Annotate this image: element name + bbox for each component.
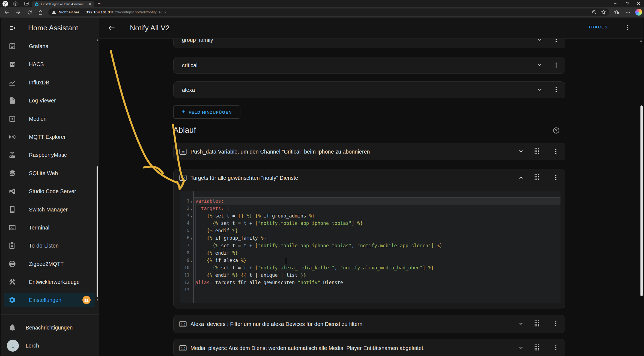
- drag-handle-icon[interactable]: [534, 148, 541, 155]
- sidebar-item-notifications[interactable]: Benachrichtigungen: [1, 320, 99, 335]
- field-card-group_family[interactable]: group_family: [173, 39, 565, 48]
- sidebar-item-einstellungen[interactable]: Einstellungen11: [4, 293, 95, 307]
- expand-chevron-icon[interactable]: [536, 39, 544, 44]
- sidebar-item-influxdb[interactable]: InfluxDB: [4, 75, 95, 90]
- address-bar[interactable]: Nicht sicher | 192.168.101.3:8123/config…: [48, 8, 609, 16]
- back-arrow-icon[interactable]: [108, 24, 116, 32]
- sidebar-item-entwicklerwerkzeuge[interactable]: Entwicklerwerkzeuge: [4, 275, 95, 289]
- browser-tab[interactable]: Einstellungen – Home Assistant ×: [32, 1, 94, 7]
- sidebar-item-zigbee2mqtt[interactable]: Zigbee2MQTT: [4, 257, 95, 271]
- action-card-2[interactable]: (x) Alexa_devices : Filter um nur die al…: [173, 315, 565, 333]
- action-header[interactable]: (x) Targets für alle gewünschten "notify…: [174, 169, 565, 187]
- field-name: group_family: [182, 39, 213, 43]
- grafana-icon: [8, 42, 16, 50]
- action-header[interactable]: (x) Alexa_devices : Filter um nur die al…: [174, 315, 565, 333]
- action-kebab-icon[interactable]: [552, 148, 560, 155]
- sidebar-item-studio-code-server[interactable]: Studio Code Server: [4, 184, 95, 199]
- sidebar-item-sqlite-web[interactable]: SQLite Web: [4, 166, 95, 181]
- browser-toolbar: Nicht sicher | 192.168.101.3:8123/config…: [0, 7, 644, 17]
- action-kebab-icon[interactable]: [552, 320, 560, 328]
- bookmark-star-icon[interactable]: [601, 10, 606, 15]
- fold-chevron-icon[interactable]: ▾: [189, 198, 193, 206]
- yaml-code-editor[interactable]: 1 ▾ variables:2 ▾ targets: |-3 ▾ {% set …: [180, 191, 560, 303]
- sidebar-toggle-icon[interactable]: [8, 23, 17, 33]
- sidebar-scroll-up-icon[interactable]: [96, 39, 99, 41]
- window-restore-button[interactable]: [622, 0, 633, 7]
- sidebar-item-grafana[interactable]: Grafana: [4, 39, 95, 54]
- action-card-3[interactable]: (x) Media_players: Aus dem Dienst werden…: [173, 339, 565, 356]
- action-header[interactable]: (x) Push_data Variable, um den Channel "…: [174, 143, 565, 160]
- tab-close-icon[interactable]: ×: [88, 2, 92, 6]
- sidebar-item-profile[interactable]: L Lerch: [1, 338, 99, 353]
- field-kebab-icon[interactable]: [553, 86, 560, 94]
- sidebar-item-label: SQLite Web: [29, 170, 58, 176]
- workspaces-icon[interactable]: [12, 0, 19, 7]
- sidebar-item-to-do-listen[interactable]: To-do-Listen: [4, 238, 95, 253]
- drag-handle-icon[interactable]: [534, 344, 541, 352]
- field-kebab-icon[interactable]: [553, 39, 560, 44]
- sidebar-item-switch-manager[interactable]: Switch Manager: [4, 202, 95, 217]
- field-kebab-icon[interactable]: [553, 61, 560, 69]
- fold-chevron-icon[interactable]: ▾: [189, 235, 193, 243]
- browser-reload-icon[interactable]: [26, 9, 33, 16]
- traces-button[interactable]: TRACES: [588, 25, 608, 30]
- line-number: 10: [180, 264, 189, 272]
- field-card-critical[interactable]: critical: [173, 57, 565, 74]
- add-field-button[interactable]: + FELD HINZUFÜGEN: [173, 105, 240, 119]
- sidebar-item-log-viewer[interactable]: Log Viewer: [4, 93, 95, 108]
- sidebar-item-hacs[interactable]: HACS: [4, 57, 95, 72]
- sidebar-item-terminal[interactable]: Terminal: [4, 220, 95, 235]
- url-host[interactable]: 192.168.101.3: [86, 10, 110, 14]
- sidebar-item-medien[interactable]: Medien: [4, 111, 95, 126]
- help-icon[interactable]: [553, 127, 560, 134]
- content-scrollbar-thumb[interactable]: [640, 105, 643, 296]
- browser-home-icon[interactable]: [37, 9, 44, 16]
- fold-chevron-icon[interactable]: ▾: [189, 206, 193, 213]
- bell-icon: [8, 324, 16, 331]
- header-kebab-icon[interactable]: [624, 24, 632, 32]
- action-card-1[interactable]: (x) Targets für alle gewünschten "notify…: [173, 169, 565, 308]
- expand-chevron-icon[interactable]: [536, 61, 544, 69]
- expand-chevron-icon[interactable]: [517, 344, 525, 352]
- window-close-button[interactable]: [633, 0, 644, 7]
- extension-star-icon[interactable]: [613, 9, 620, 16]
- browser-back-icon[interactable]: [4, 9, 10, 16]
- fold-chevron-icon[interactable]: ▾: [189, 213, 193, 220]
- tab-actions-icon[interactable]: [23, 0, 30, 7]
- action-kebab-icon[interactable]: [552, 344, 560, 352]
- field-card-alexa[interactable]: alexa: [173, 81, 565, 98]
- new-tab-button[interactable]: +: [96, 1, 102, 7]
- expand-chevron-icon[interactable]: [536, 86, 544, 94]
- sidebar-item-raspberrymatic[interactable]: RaspberryMatic: [4, 148, 95, 162]
- avatar: L: [7, 340, 19, 352]
- mqtt-icon: [8, 133, 16, 141]
- fold-spacer: [189, 280, 193, 287]
- collapse-chevron-icon[interactable]: [517, 174, 525, 182]
- expand-chevron-icon[interactable]: [517, 148, 525, 155]
- security-label[interactable]: Nicht sicher: [59, 10, 79, 14]
- browser-menu-icon[interactable]: [625, 9, 631, 16]
- browser-logo-icon[interactable]: [2, 0, 8, 7]
- content-scroll-up-icon[interactable]: [640, 40, 642, 42]
- line-number: 13: [180, 286, 189, 294]
- line-number: 1: [180, 198, 189, 205]
- code-line-9: 9 ▾ {% if alexa %}: [180, 257, 560, 264]
- copilot-icon[interactable]: [635, 9, 642, 16]
- action-header[interactable]: (x) Media_players: Aus dem Dienst werden…: [174, 339, 565, 356]
- sidebar-scroll-down-icon[interactable]: [96, 299, 99, 301]
- code-line-11: 11 {% endif %} {{ t | unique | list }}: [180, 272, 560, 279]
- browser-forward-icon[interactable]: [15, 9, 21, 16]
- drag-handle-icon[interactable]: [534, 320, 541, 328]
- code-text: targets: |-: [193, 205, 232, 212]
- code-line-7: 7 {% set t = t + ["notify.mobile_app_iph…: [180, 242, 560, 249]
- zoom-icon[interactable]: [592, 10, 597, 15]
- drag-handle-icon[interactable]: [534, 174, 541, 182]
- sidebar-scrollbar-thumb[interactable]: [97, 166, 98, 297]
- expand-chevron-icon[interactable]: [517, 320, 525, 328]
- url-path[interactable]: :8123/config/script/edit/notify_all_2: [110, 10, 166, 14]
- action-kebab-icon[interactable]: [552, 174, 560, 182]
- action-card-0[interactable]: (x) Push_data Variable, um den Channel "…: [173, 143, 565, 160]
- window-minimize-button[interactable]: [610, 0, 621, 7]
- sidebar-item-mqtt-explorer[interactable]: MQTT Explorer: [4, 130, 95, 144]
- fold-chevron-icon[interactable]: ▾: [189, 258, 193, 265]
